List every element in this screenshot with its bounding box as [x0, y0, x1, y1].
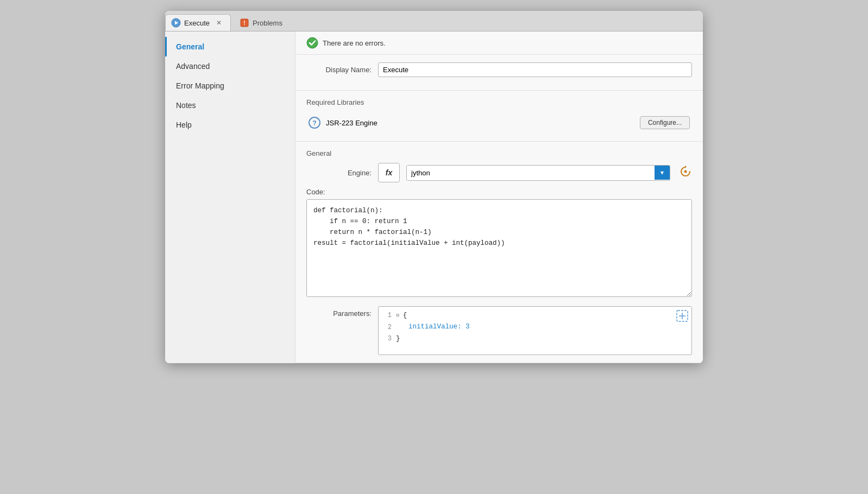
problems-icon: !	[240, 18, 249, 28]
display-name-input[interactable]	[378, 62, 692, 77]
sidebar-item-general[interactable]: General	[165, 37, 295, 56]
params-expand-icon[interactable]	[676, 310, 688, 325]
required-libraries-section: Required Libraries ? JSR-223 Engine Conf…	[295, 91, 703, 142]
svg-point-5	[684, 170, 687, 173]
required-libraries-title: Required Libraries	[306, 98, 692, 106]
general-section: General Engine: fx jython ▾	[295, 142, 703, 363]
svg-point-4	[307, 37, 318, 48]
code-label: Code:	[306, 188, 692, 196]
parameters-section: Parameters: 1 ⊖ { 2	[306, 306, 692, 355]
engine-select[interactable]: jython ▾	[406, 165, 670, 181]
engine-select-text: jython	[407, 166, 655, 180]
execute-icon	[171, 18, 181, 28]
collapse-button-1[interactable]: ⊖	[396, 311, 400, 321]
sidebar-item-notes[interactable]: Notes	[165, 96, 295, 115]
general-section-title: General	[306, 149, 692, 157]
params-row: Parameters: 1 ⊖ { 2	[306, 306, 692, 355]
tab-close-button[interactable]: ✕	[215, 19, 223, 27]
main-window: Execute ✕ ! Problems General Advanced	[165, 11, 703, 363]
main-content: There are no errors. Display Name: Requi…	[295, 31, 703, 363]
library-row: ? JSR-223 Engine Configure...	[306, 112, 692, 134]
params-lines: 1 ⊖ { 2 initialValue: 3	[379, 307, 691, 348]
tab-execute-label: Execute	[184, 19, 210, 27]
sidebar: General Advanced Error Mapping Notes Hel…	[165, 31, 295, 363]
engine-row: Engine: fx jython ▾	[306, 163, 692, 182]
configure-button[interactable]: Configure...	[640, 116, 690, 129]
params-line-2: 2 initialValue: 3	[383, 321, 687, 333]
tab-problems[interactable]: ! Problems	[232, 15, 290, 31]
status-ok-icon	[306, 37, 318, 49]
tab-bar: Execute ✕ ! Problems	[165, 11, 703, 31]
sidebar-item-help[interactable]: Help	[165, 115, 295, 135]
tab-execute[interactable]: Execute ✕	[165, 14, 231, 31]
fx-button[interactable]: fx	[378, 163, 400, 182]
params-label: Parameters:	[306, 306, 372, 318]
sidebar-item-error-mapping[interactable]: Error Mapping	[165, 76, 295, 96]
tab-problems-label: Problems	[253, 19, 282, 27]
params-line-3: 3 }	[383, 333, 687, 345]
window-body: General Advanced Error Mapping Notes Hel…	[165, 31, 703, 363]
svg-text:!: !	[243, 20, 245, 26]
refresh-icon[interactable]	[679, 165, 692, 181]
library-help-icon: ?	[309, 117, 320, 129]
library-name: JSR-223 Engine	[326, 119, 634, 127]
display-name-label: Display Name:	[306, 66, 372, 74]
status-bar: There are no errors.	[295, 31, 703, 55]
code-editor[interactable]: def factorial(n): if n == 0: return 1 re…	[306, 199, 692, 297]
status-text: There are no errors.	[323, 39, 386, 47]
engine-dropdown-button[interactable]: ▾	[655, 166, 670, 180]
display-name-section: Display Name:	[295, 55, 703, 91]
engine-label: Engine:	[306, 169, 372, 177]
display-name-row: Display Name:	[306, 62, 692, 77]
params-editor[interactable]: 1 ⊖ { 2 initialValue: 3	[378, 306, 692, 355]
params-line-1: 1 ⊖ {	[383, 310, 687, 321]
code-section: Code: def factorial(n): if n == 0: retur…	[306, 188, 692, 299]
sidebar-item-advanced[interactable]: Advanced	[165, 56, 295, 76]
